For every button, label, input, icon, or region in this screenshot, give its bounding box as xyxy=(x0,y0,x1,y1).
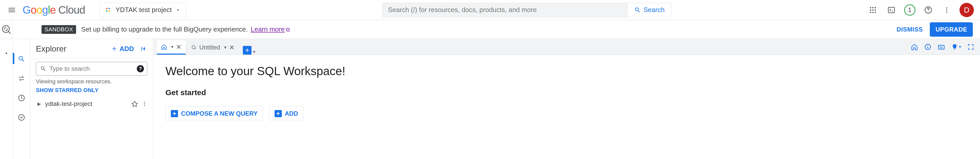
svg-point-7 xyxy=(870,9,871,11)
svg-point-5 xyxy=(872,7,873,8)
cloud-shell-icon[interactable] xyxy=(886,4,897,16)
svg-point-3 xyxy=(108,10,110,11)
project-node[interactable]: ▶ ydtak-test-project xyxy=(36,98,147,109)
show-starred-link[interactable]: SHOW STARRED ONLY xyxy=(36,87,147,93)
close-tab-icon[interactable]: ✕ xyxy=(176,43,181,51)
svg-rect-28 xyxy=(940,46,940,47)
workspace-title: Welcome to your SQL Workspace! xyxy=(165,64,968,78)
search-icon xyxy=(634,6,641,13)
plus-icon: + xyxy=(171,110,178,117)
apps-icon[interactable] xyxy=(867,4,878,16)
fullscreen-toolbar-icon[interactable] xyxy=(967,43,974,50)
explorer-search-input[interactable] xyxy=(49,65,143,72)
more-menu-icon[interactable] xyxy=(941,4,952,16)
query-icon xyxy=(191,45,197,50)
svg-point-11 xyxy=(872,11,873,13)
info-toolbar-icon[interactable] xyxy=(924,43,931,50)
svg-point-23 xyxy=(144,103,145,104)
external-link-icon: ⧉ xyxy=(286,26,290,33)
workspace-subtitle: Get started xyxy=(165,88,968,97)
svg-point-2 xyxy=(106,10,108,11)
upgrade-button[interactable]: UPGRADE xyxy=(930,22,973,37)
explorer-title: Explorer xyxy=(36,44,66,54)
home-icon xyxy=(161,44,167,50)
new-tab-button[interactable]: + xyxy=(243,46,251,55)
learn-more-link[interactable]: Learn more xyxy=(251,26,285,33)
svg-rect-31 xyxy=(940,47,943,48)
svg-rect-27 xyxy=(939,45,944,49)
project-node-label: ydtak-test-project xyxy=(45,100,92,108)
keyboard-toolbar-icon[interactable] xyxy=(937,43,945,51)
home-toolbar-icon[interactable] xyxy=(911,43,918,50)
collapse-explorer-button[interactable] xyxy=(140,45,147,53)
svg-point-17 xyxy=(946,11,947,13)
svg-point-0 xyxy=(106,8,108,9)
explorer-search-field[interactable]: ? xyxy=(36,62,147,75)
global-search[interactable]: Search xyxy=(382,3,671,17)
star-icon[interactable] xyxy=(131,101,138,107)
google-cloud-logo[interactable]: Google Cloud xyxy=(22,4,85,16)
home-tab[interactable]: ▾ ✕ xyxy=(157,40,186,55)
svg-point-8 xyxy=(872,9,873,11)
more-icon[interactable] xyxy=(142,101,147,107)
caret-down-icon[interactable]: ▾ xyxy=(171,44,173,50)
svg-point-4 xyxy=(870,7,871,8)
dismiss-button[interactable]: DISMISS xyxy=(894,26,925,33)
untitled-tab[interactable]: Untitled ▾ ✕ xyxy=(187,40,239,55)
account-avatar[interactable]: D xyxy=(959,3,974,17)
svg-rect-30 xyxy=(942,46,943,47)
caret-down-icon[interactable]: ▾ xyxy=(224,45,226,50)
active-rail-indicator xyxy=(13,53,14,64)
project-picker[interactable]: YDTAK test project xyxy=(99,3,186,17)
plus-icon: + xyxy=(275,110,282,117)
main-menu-button[interactable] xyxy=(6,4,18,16)
search-icon xyxy=(40,66,46,72)
tab-label: Untitled xyxy=(199,44,220,51)
rail-transfers-icon[interactable] xyxy=(16,73,27,84)
workspace-add-button[interactable]: + ADD xyxy=(269,106,304,121)
search-info-icon[interactable]: ? xyxy=(137,65,144,72)
sandbox-chip: SANDBOX xyxy=(41,25,76,34)
svg-point-6 xyxy=(875,7,876,8)
close-tab-icon[interactable]: ✕ xyxy=(229,43,235,51)
rail-search-icon[interactable] xyxy=(16,54,27,64)
rail-history-icon[interactable] xyxy=(16,93,27,103)
tips-toolbar-icon[interactable]: ▾ xyxy=(951,43,961,50)
svg-rect-13 xyxy=(888,7,894,13)
svg-point-19 xyxy=(6,53,7,54)
svg-point-24 xyxy=(144,105,145,106)
explorer-hint: Viewing workspace resources. xyxy=(36,78,147,85)
svg-point-1 xyxy=(108,8,110,9)
svg-point-9 xyxy=(875,9,876,11)
svg-point-22 xyxy=(144,102,145,103)
svg-point-25 xyxy=(192,46,196,49)
project-name: YDTAK test project xyxy=(116,6,172,14)
free-trial-badge[interactable]: 1 xyxy=(904,4,915,16)
svg-rect-29 xyxy=(941,46,942,47)
banner-text: Set up billing to upgrade to the full Bi… xyxy=(81,26,290,33)
svg-point-12 xyxy=(875,11,876,13)
help-icon[interactable] xyxy=(923,4,934,16)
expand-arrow-icon[interactable]: ▶ xyxy=(37,101,41,107)
plus-icon xyxy=(111,45,118,52)
svg-point-10 xyxy=(870,11,871,13)
rail-dot-icon[interactable] xyxy=(1,48,11,58)
explorer-add-button[interactable]: ADD xyxy=(111,45,134,53)
tab-separator xyxy=(186,47,186,55)
compose-query-button[interactable]: + COMPOSE A NEW QUERY xyxy=(165,106,263,121)
new-tab-caret-icon[interactable]: ▾ xyxy=(253,49,255,55)
search-button[interactable]: Search xyxy=(627,3,671,17)
rail-capacity-icon[interactable] xyxy=(16,112,27,122)
search-input[interactable] xyxy=(382,3,628,17)
caret-down-icon xyxy=(175,7,181,13)
svg-point-16 xyxy=(946,9,947,11)
svg-point-15 xyxy=(946,7,947,8)
bigquery-logo-icon[interactable] xyxy=(0,24,12,35)
